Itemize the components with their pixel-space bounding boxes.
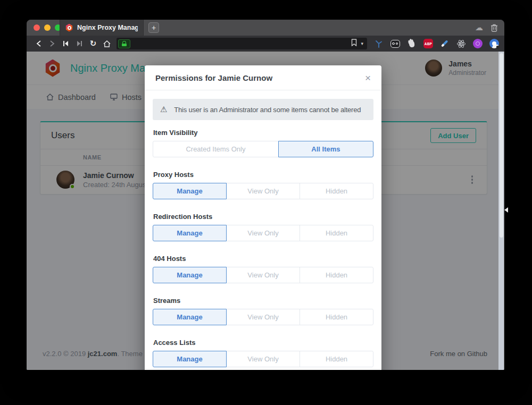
browser-titlebar: Nginx Proxy Manager + ☁ <box>27 20 504 36</box>
warning-icon: ⚠ <box>160 105 167 114</box>
404-hosts-view-only[interactable]: View Only <box>226 267 300 283</box>
extension-eyedropper-icon[interactable] <box>440 39 450 48</box>
browser-tab[interactable]: Nginx Proxy Manager <box>60 20 144 36</box>
extension-adblock-plus-icon[interactable]: ABP <box>423 39 433 48</box>
admin-warning-alert: ⚠ This user is an Administrator and some… <box>153 99 373 120</box>
proxy-hosts-label: Proxy Hosts <box>153 171 373 179</box>
bookmark-icon[interactable] <box>351 39 357 48</box>
extension-strip: ABP <box>374 39 499 48</box>
forward-button[interactable] <box>46 36 60 52</box>
tab-favicon <box>65 24 73 32</box>
access-lists-manage[interactable]: Manage <box>153 351 227 367</box>
access-lists-hidden[interactable]: Hidden <box>300 351 373 367</box>
extension-privacy-pie-icon[interactable] <box>489 39 499 48</box>
permissions-modal: Permissions for Jamie Curnow × ⚠ This us… <box>145 65 381 370</box>
page-viewport: Nginx Proxy Manager James Administrator … <box>27 52 504 370</box>
streams-view-only[interactable]: View Only <box>226 309 300 325</box>
streams-label: Streams <box>153 297 373 305</box>
streams-group: Manage View Only Hidden <box>153 309 373 325</box>
redirection-hosts-manage[interactable]: Manage <box>153 225 227 241</box>
extension-purple-mask-icon[interactable] <box>473 39 483 48</box>
item-visibility-group: Created Items Only All Items <box>153 141 373 157</box>
404-hosts-hidden[interactable]: Hidden <box>300 267 373 283</box>
rewind-button[interactable] <box>59 36 73 52</box>
minimize-window-button[interactable] <box>44 24 51 31</box>
scrollbar-thumb[interactable] <box>500 53 503 238</box>
redirection-hosts-group: Manage View Only Hidden <box>153 225 373 241</box>
access-lists-group: Manage View Only Hidden <box>153 351 373 367</box>
new-tab-button[interactable]: + <box>148 22 159 33</box>
bookmark-dropdown-icon[interactable]: ▾ <box>361 41 363 46</box>
sync-cloud-icon[interactable]: ☁ <box>475 23 483 32</box>
close-window-button[interactable] <box>34 24 40 31</box>
fast-forward-button[interactable] <box>73 36 87 52</box>
trash-icon[interactable] <box>491 23 498 32</box>
extension-gnome-foot-icon[interactable] <box>407 39 417 48</box>
browser-window: Nginx Proxy Manager + ☁ ↻ <box>27 20 504 370</box>
url-input[interactable] <box>130 38 351 49</box>
proxy-hosts-hidden[interactable]: Hidden <box>300 183 373 199</box>
proxy-hosts-view-only[interactable]: View Only <box>226 183 300 199</box>
extension-goggles-icon[interactable] <box>390 39 400 48</box>
access-lists-label: Access Lists <box>153 339 373 347</box>
home-button[interactable] <box>100 36 114 52</box>
page-scrollbar[interactable] <box>498 52 504 370</box>
modal-title: Permissions for Jamie Curnow <box>155 73 272 82</box>
proxy-hosts-group: Manage View Only Hidden <box>153 183 373 199</box>
access-lists-view-only[interactable]: View Only <box>226 351 300 367</box>
tab-title: Nginx Proxy Manager <box>77 24 138 31</box>
https-lock-icon[interactable] <box>118 39 130 48</box>
redirection-hosts-view-only[interactable]: View Only <box>226 225 300 241</box>
option-created-items-only[interactable]: Created Items Only <box>153 141 279 157</box>
back-button[interactable] <box>32 36 46 52</box>
modal-close-button[interactable]: × <box>365 74 371 82</box>
proxy-hosts-manage[interactable]: Manage <box>153 183 227 199</box>
item-visibility-label: Item Visibility <box>153 129 373 137</box>
404-hosts-label: 404 Hosts <box>153 255 373 263</box>
address-bar[interactable]: ▾ <box>117 38 367 49</box>
option-all-items[interactable]: All Items <box>278 141 373 157</box>
extension-atom-icon[interactable] <box>456 39 466 48</box>
404-hosts-manage[interactable]: Manage <box>153 267 227 283</box>
streams-hidden[interactable]: Hidden <box>300 309 373 325</box>
redirection-hosts-hidden[interactable]: Hidden <box>300 225 373 241</box>
window-controls <box>34 24 61 31</box>
redirection-hosts-label: Redirection Hosts <box>153 213 373 221</box>
streams-manage[interactable]: Manage <box>153 309 227 325</box>
extension-branch-fork-icon[interactable] <box>374 39 384 48</box>
alert-text: This user is an Administrator and some i… <box>174 106 361 114</box>
browser-toolbar: ↻ ▾ ABP <box>27 36 504 52</box>
reload-button[interactable]: ↻ <box>86 36 100 52</box>
404-hosts-group: Manage View Only Hidden <box>153 267 373 283</box>
